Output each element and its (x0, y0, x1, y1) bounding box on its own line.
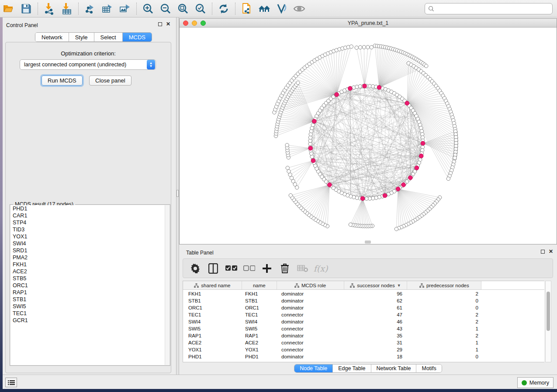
column-header-successor-nodes[interactable]: successor nodes▼ (344, 281, 408, 289)
export-network-icon[interactable] (83, 2, 97, 15)
export-image-icon[interactable] (118, 2, 131, 15)
cell-shared-name: ACE2 (183, 339, 242, 346)
new-network-from-file-icon[interactable] (240, 2, 253, 15)
mcds-list-scrollbar[interactable] (165, 205, 170, 365)
network-graph[interactable] (180, 28, 557, 244)
table-row[interactable]: ACE2ACE2connector311 (183, 339, 544, 346)
tab-network[interactable]: Network (35, 33, 69, 41)
mcds-result-item[interactable]: PHD1 (10, 205, 165, 212)
column-header-shared-name[interactable]: shared name (183, 281, 242, 289)
task-history-button[interactable] (5, 378, 17, 387)
cell-successor-nodes: 46 (344, 318, 408, 325)
run-mcds-button[interactable]: Run MCDS (42, 76, 83, 86)
float-table-panel-icon[interactable] (541, 250, 545, 254)
table-rows[interactable]: FKH1FKH1dominator962STB1STB1dominator620… (183, 290, 544, 362)
desktop: Control Panel ✕ NetworkStyleSelectMCDS O… (0, 0, 557, 392)
app-window: Control Panel ✕ NetworkStyleSelectMCDS O… (3, 17, 557, 389)
tab-node-table[interactable]: Node Table (294, 364, 333, 372)
import-network-icon[interactable] (43, 2, 56, 15)
tab-style[interactable]: Style (69, 33, 94, 41)
tab-select[interactable]: Select (94, 33, 123, 41)
network-window-titlebar[interactable]: YPA_prune.txt_1 (180, 19, 557, 28)
tab-network-table[interactable]: Network Table (371, 364, 417, 372)
cell-shared-name: SWI4 (183, 318, 242, 325)
close-panel-icon[interactable]: ✕ (166, 22, 170, 26)
function-builder-icon: f(x) (315, 262, 327, 275)
cell-name: RAP1 (242, 332, 277, 339)
memory-button[interactable]: Memory (517, 377, 554, 388)
search-field[interactable] (425, 3, 553, 14)
table-row[interactable]: TEC1TEC1connector472 (183, 311, 544, 318)
export-table-icon[interactable] (101, 2, 114, 15)
table-row[interactable]: SWI5SWI5connector431 (183, 325, 544, 332)
table-row[interactable]: SWI4SWI4dominator462 (183, 318, 544, 325)
mcds-result-item[interactable]: STB5 (10, 275, 165, 282)
search-input[interactable] (434, 6, 549, 12)
table-settings-gear-icon[interactable] (189, 262, 201, 275)
mcds-result-item[interactable]: STB1 (10, 296, 165, 303)
panel-divider[interactable] (176, 17, 179, 375)
table-row[interactable]: STB1STB1dominator620 (183, 297, 544, 304)
mcds-result-item[interactable]: YOX1 (10, 233, 165, 240)
table-row[interactable]: ORC1ORC1dominator610 (183, 304, 544, 311)
mcds-result-item[interactable]: TEC1 (10, 310, 165, 317)
table-scrollbar[interactable] (545, 281, 551, 362)
mcds-result-item[interactable]: GCR1 (10, 317, 165, 324)
memory-label: Memory (529, 380, 549, 386)
cell-predecessor-nodes: 0 (408, 297, 482, 304)
show-graphics-details-icon[interactable] (293, 2, 306, 15)
toolbar-separator (212, 3, 212, 15)
hide-details-icon[interactable] (275, 2, 288, 15)
mcds-result-item[interactable]: RAP1 (10, 289, 165, 296)
table-scrollbar-thumb[interactable] (547, 292, 550, 331)
select-all-rows-icon[interactable] (225, 262, 237, 275)
mcds-result-item[interactable]: SWI5 (10, 303, 165, 310)
cell-MCDS-role: connector (277, 325, 344, 332)
toolbar-separator (38, 3, 38, 15)
network-canvas[interactable] (180, 28, 557, 244)
table-row[interactable]: FKH1FKH1dominator962 (183, 290, 544, 297)
criterion-dropdown[interactable]: largest connected component (undirected)… (20, 59, 156, 70)
close-table-panel-icon[interactable]: ✕ (549, 249, 553, 254)
close-panel-button[interactable]: Close panel (89, 76, 131, 86)
open-file-icon[interactable] (2, 2, 15, 15)
tab-edge-table[interactable]: Edge Table (333, 364, 371, 372)
mcds-result-item[interactable]: STP4 (10, 219, 165, 226)
zoom-selected-icon[interactable] (194, 2, 207, 15)
column-header-name[interactable]: name (242, 281, 277, 289)
delete-column-icon[interactable] (279, 262, 291, 275)
tab-mcds[interactable]: MCDS (123, 33, 152, 41)
mcds-result-item[interactable]: ACE2 (10, 268, 165, 275)
refresh-icon[interactable] (217, 2, 230, 15)
mcds-result-item[interactable]: SWI4 (10, 240, 165, 247)
save-session-icon[interactable] (20, 2, 33, 15)
zoom-out-icon[interactable] (159, 2, 172, 15)
mcds-result-item[interactable]: FKH1 (10, 261, 165, 268)
column-header-predecessor-nodes[interactable]: predecessor nodes (407, 281, 481, 289)
table-row[interactable]: RAP1RAP1dominator352 (183, 332, 544, 339)
deselect-all-rows-icon[interactable] (243, 262, 255, 275)
mcds-result-item[interactable]: TID3 (10, 226, 165, 233)
mcds-result-item[interactable]: ORC1 (10, 282, 165, 289)
cell-predecessor-nodes: 0 (408, 304, 482, 311)
home-apps-icon[interactable] (258, 2, 271, 15)
column-header-MCDS-role[interactable]: MCDS role (277, 281, 344, 289)
table-row[interactable]: PHD1PHD1dominator180 (183, 353, 544, 360)
add-column-icon[interactable] (261, 262, 273, 275)
optimization-criterion-label: Optimization criterion: (6, 50, 171, 57)
cell-shared-name: YOX1 (183, 346, 242, 353)
canvas-hscroll-thumb[interactable] (365, 241, 371, 244)
cell-MCDS-role: dominator (277, 304, 344, 311)
mcds-result-item[interactable]: SRD1 (10, 247, 165, 254)
tab-motifs[interactable]: Motifs (416, 364, 441, 372)
zoom-fit-icon[interactable] (176, 2, 190, 15)
divider-handle[interactable] (176, 190, 179, 197)
float-window-icon[interactable] (158, 22, 162, 26)
mcds-result-list[interactable]: PHD1CAR1STP4TID3YOX1SWI4SRD1PMA2FKH1ACE2… (10, 205, 165, 365)
mcds-result-item[interactable]: PMA2 (10, 254, 165, 261)
table-row[interactable]: YOX1YOX1connector291 (183, 346, 544, 353)
zoom-in-icon[interactable] (142, 2, 155, 15)
import-table-icon[interactable] (60, 2, 73, 15)
mcds-result-item[interactable]: CAR1 (10, 212, 165, 219)
toggle-columns-icon[interactable] (207, 262, 219, 275)
